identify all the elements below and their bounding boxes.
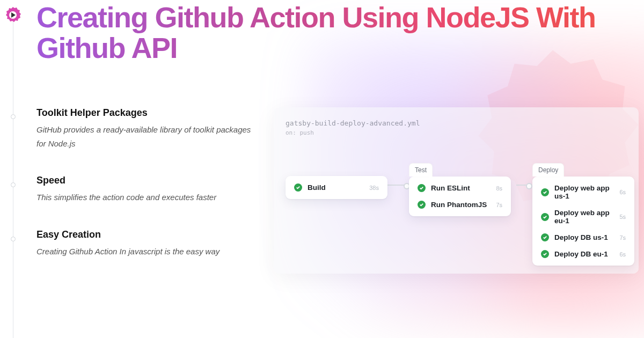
check-icon	[294, 183, 302, 192]
connector-line	[387, 185, 409, 186]
features-list: Toolkit Helper Packages GitHub provides …	[36, 107, 251, 283]
check-icon	[541, 250, 549, 258]
stage-card: Build 38s	[286, 176, 387, 199]
step-duration: 8s	[496, 185, 502, 192]
workflow-step: Deploy web app eu-1 5s	[536, 204, 631, 229]
stage-label: Test	[409, 163, 433, 177]
step-name: Run PhantomJS	[431, 201, 487, 209]
workflow-panel: gatsby-build-deploy-advanced.yml on: pus…	[274, 107, 639, 274]
step-name: Run ESLint	[431, 184, 470, 192]
page-title: Creating Github Action Using NodeJS With…	[36, 2, 605, 63]
feature-desc: GitHub provides a ready-available librar…	[36, 123, 251, 150]
timeline-dot	[11, 182, 16, 187]
stage-card: Deploy web app us-1 6s Deploy web app eu…	[532, 177, 634, 266]
feature-desc: Creating Github Action In javascript is …	[36, 245, 251, 259]
feature-item: Speed This simplifies the action code an…	[36, 175, 251, 204]
workflow-stages: Build 38s Test Run ESLint 8s Run Phantom…	[286, 158, 627, 265]
feature-heading: Speed	[36, 175, 251, 186]
stage-build: Build 38s	[286, 176, 387, 199]
feature-heading: Toolkit Helper Packages	[36, 107, 251, 119]
step-name: Deploy DB us-1	[554, 233, 608, 241]
stage-deploy: Deploy Deploy web app us-1 6s Deploy web…	[532, 163, 634, 266]
step-duration: 38s	[369, 185, 379, 191]
workflow-step: Deploy DB us-1 7s	[536, 229, 631, 246]
stage-label: Deploy	[532, 163, 564, 177]
workflow-step: Build 38s	[289, 179, 384, 196]
workflow-step: Deploy DB eu-1 6s	[536, 246, 631, 262]
check-icon	[418, 184, 426, 192]
feature-heading: Easy Creation	[36, 229, 251, 240]
step-name: Deploy web app eu-1	[554, 209, 614, 225]
timeline-dot	[11, 237, 16, 241]
check-icon	[541, 188, 549, 196]
step-duration: 5s	[619, 214, 626, 220]
workflow-step: Run PhantomJS 7s	[412, 196, 508, 213]
stage-test: Test Run ESLint 8s Run PhantomJS 7s	[409, 163, 511, 216]
workflow-step: Deploy web app us-1 6s	[536, 180, 631, 204]
workflow-step: Run ESLint 8s	[412, 180, 508, 196]
step-duration: 6s	[619, 251, 626, 258]
stage-card: Run ESLint 8s Run PhantomJS 7s	[409, 177, 511, 216]
feature-item: Toolkit Helper Packages GitHub provides …	[36, 107, 251, 150]
timeline-line	[13, 11, 13, 338]
check-icon	[418, 201, 426, 209]
workflow-filename: gatsby-build-deploy-advanced.yml	[286, 119, 627, 127]
step-name: Build	[308, 183, 326, 192]
step-duration: 7s	[496, 202, 502, 208]
feature-desc: This simplifies the action code and exec…	[36, 190, 251, 204]
step-duration: 6s	[619, 189, 626, 195]
connector-line	[516, 185, 531, 186]
check-icon	[541, 233, 549, 241]
workflow-trigger: on: push	[286, 129, 627, 136]
timeline-dot	[11, 114, 16, 119]
step-duration: 7s	[619, 234, 626, 241]
gear-icon	[3, 5, 23, 25]
feature-item: Easy Creation Creating Github Action In …	[36, 229, 251, 259]
check-icon	[541, 213, 549, 221]
step-name: Deploy web app us-1	[554, 184, 614, 200]
step-name: Deploy DB eu-1	[554, 250, 608, 258]
